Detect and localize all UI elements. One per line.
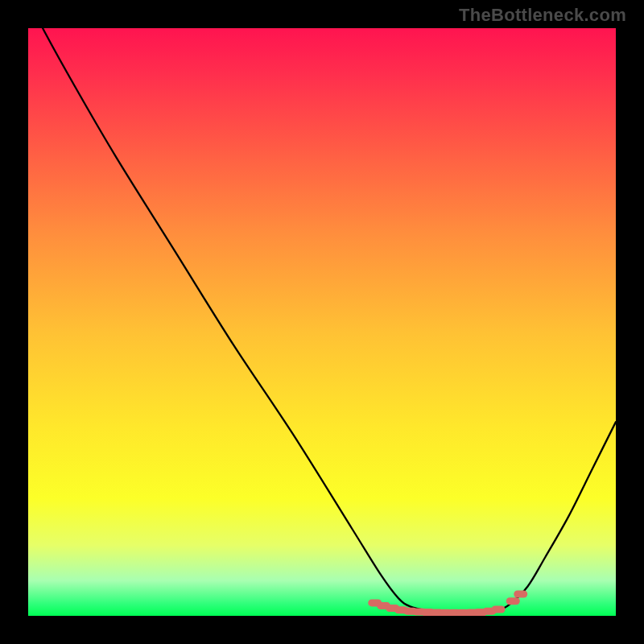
curve-layer [28, 28, 616, 616]
marker-pill [506, 597, 520, 605]
chart-frame: TheBottleneck.com [0, 0, 644, 644]
low-bottleneck-markers [368, 590, 527, 616]
watermark-text: TheBottleneck.com [459, 5, 626, 26]
plot-area [28, 28, 616, 616]
marker-pill [514, 590, 527, 597]
bottleneck-curve [28, 28, 616, 613]
marker-pill [492, 605, 506, 613]
